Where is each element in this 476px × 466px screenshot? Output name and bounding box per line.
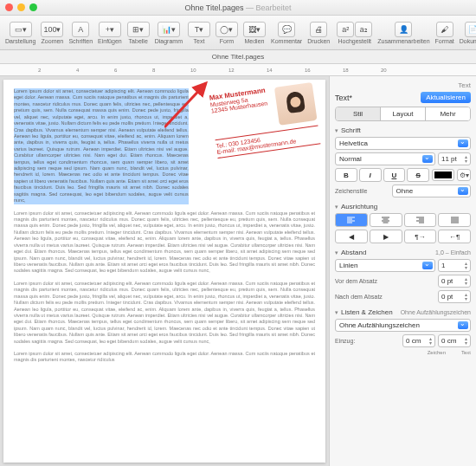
print-button[interactable]: 🖨 xyxy=(310,22,327,37)
align-center-button[interactable] xyxy=(370,213,402,227)
inspector-title[interactable]: Text* xyxy=(335,94,421,102)
paragraph[interactable]: Lorem ipsum dolor sit amet, consectetuer… xyxy=(14,281,315,345)
tab-title[interactable]: Ohne Titel.pages xyxy=(212,53,264,61)
view-button[interactable]: ▭▾ xyxy=(10,22,32,37)
inspector-tabs: Stil Layout Mehr xyxy=(335,107,471,121)
align-left-button[interactable] xyxy=(335,213,368,227)
charstyle-select[interactable]: Ohne xyxy=(392,184,471,197)
avatar-image xyxy=(274,82,318,126)
comment-label: Kommentar xyxy=(271,38,302,44)
collab-label: Zusammenarbeiten xyxy=(377,38,429,44)
line-spacing-select[interactable]: Linien xyxy=(335,259,435,272)
chart-button[interactable]: 📊▾ xyxy=(158,22,180,37)
text-color-swatch[interactable] xyxy=(432,169,454,181)
font-section-header[interactable]: Schrift xyxy=(335,126,471,134)
indent-1-field[interactable]: 0 cm▴▾ xyxy=(402,334,435,347)
text-button[interactable]: T▾ xyxy=(188,22,210,37)
text-label: Text xyxy=(194,38,205,44)
doc-label: Dokument xyxy=(460,38,476,44)
charstyle-label: Zeichenstile xyxy=(335,188,389,194)
super-label: Hochgestellt xyxy=(338,38,371,44)
line-spacing-field[interactable]: 1▴▾ xyxy=(438,259,471,272)
media-label: Medien xyxy=(245,38,265,44)
titlebar: Ohne Titel.pages — Bearbeitet xyxy=(0,0,476,16)
inspector-header: Text xyxy=(335,81,471,89)
before-spacing-field[interactable]: 0 pt▴▾ xyxy=(438,275,471,288)
spacing-section-header[interactable]: Abstand1,0 – Einfach xyxy=(335,249,471,256)
paragraph[interactable]: Lorem ipsum dolor sit amet, consectetuer… xyxy=(14,351,315,364)
document-canvas[interactable]: Max Mustermann Musterweg 5a 12345 Muster… xyxy=(0,76,329,466)
subscript-button[interactable]: a₂ xyxy=(355,22,372,37)
indent-button[interactable]: ▶ xyxy=(370,230,402,243)
insert-label: Einfügen xyxy=(98,38,122,44)
strike-button[interactable]: S xyxy=(407,168,429,182)
zoom-button[interactable]: 100▾ xyxy=(41,22,63,37)
superscript-button[interactable]: a² xyxy=(337,22,354,37)
print-label: Drucken xyxy=(307,38,330,44)
font-style-select[interactable]: Normal xyxy=(335,152,435,165)
paragraph[interactable]: Lorem ipsum dolor sit amet, consectetuer… xyxy=(14,210,315,275)
inspector-panel: Text Text* Aktualisieren Stil Layout Meh… xyxy=(329,76,476,466)
window-title: Ohne Titel.pages — Bearbeitet xyxy=(0,3,476,12)
tabs-bar: Ohne Titel.pages xyxy=(0,50,476,64)
view-label: Darstellung xyxy=(5,38,35,44)
font-size-field[interactable]: 11 pt▴▾ xyxy=(438,152,471,165)
table-button[interactable]: ⊞▾ xyxy=(127,22,150,37)
insert-button[interactable]: +▾ xyxy=(99,22,121,37)
bold-button[interactable]: B xyxy=(335,168,357,182)
underline-button[interactable]: U xyxy=(383,168,406,182)
shape-label: Form xyxy=(220,38,234,44)
tab-mehr[interactable]: Mehr xyxy=(426,107,470,120)
lists-section-header[interactable]: Listen & ZeichenOhne Aufzählungszeichen xyxy=(335,308,471,316)
font-options-gear-icon[interactable]: ⚙▾ xyxy=(457,169,471,181)
align-justify-button[interactable] xyxy=(438,213,471,227)
update-button[interactable]: Aktualisieren xyxy=(421,92,471,103)
table-label: Tabelle xyxy=(129,38,148,44)
comment-button[interactable]: 💬 xyxy=(278,22,295,37)
after-spacing-field[interactable]: 0 pt▴▾ xyxy=(438,290,471,303)
outdent-button[interactable]: ◀ xyxy=(335,230,368,243)
tab-layout[interactable]: Layout xyxy=(381,107,426,120)
tab-stil[interactable]: Stil xyxy=(336,107,381,120)
ruler[interactable]: 2 4 6 8 10 12 14 16 18 20 xyxy=(0,64,476,76)
vcard-object[interactable]: Max Mustermann Musterweg 5a 12345 Muster… xyxy=(209,80,321,161)
fonts-label: Schriften xyxy=(68,38,93,44)
font-family-select[interactable]: Helvetica xyxy=(335,137,471,150)
paragraph-selected[interactable]: Lorem ipsum dolor sit amet, consectetuer… xyxy=(14,88,189,204)
document-button[interactable]: 📄 xyxy=(465,22,476,37)
chart-label: Diagramm xyxy=(155,38,183,44)
zoom-label: Zoomen xyxy=(42,38,64,44)
toolbar: ▭▾Darstellung 100▾Zoomen ASchriften +▾Ei… xyxy=(0,16,476,50)
shape-button[interactable]: ◯▾ xyxy=(215,22,238,37)
page[interactable]: Max Mustermann Musterweg 5a 12345 Muster… xyxy=(3,80,325,463)
ltr-button[interactable]: ¶→ xyxy=(404,230,437,243)
doc-title: Ohne Titel.pages xyxy=(184,3,243,12)
format-button[interactable]: 🖌 xyxy=(436,22,453,37)
italic-button[interactable]: I xyxy=(359,168,382,182)
format-label: Format xyxy=(435,38,454,44)
collaborate-button[interactable]: 👤 xyxy=(395,22,412,37)
align-section-header[interactable]: Ausrichtung xyxy=(335,203,471,210)
media-button[interactable]: 🖼▾ xyxy=(243,22,266,37)
indent-2-field[interactable]: 0 cm▴▾ xyxy=(438,334,471,347)
align-right-button[interactable] xyxy=(404,213,437,227)
fonts-button[interactable]: A xyxy=(72,22,89,37)
bullet-style-select[interactable]: Ohne Aufzählungszeichen xyxy=(335,319,471,332)
edited-indicator: — Bearbeitet xyxy=(246,3,292,12)
rtl-button[interactable]: ←¶ xyxy=(438,230,471,243)
